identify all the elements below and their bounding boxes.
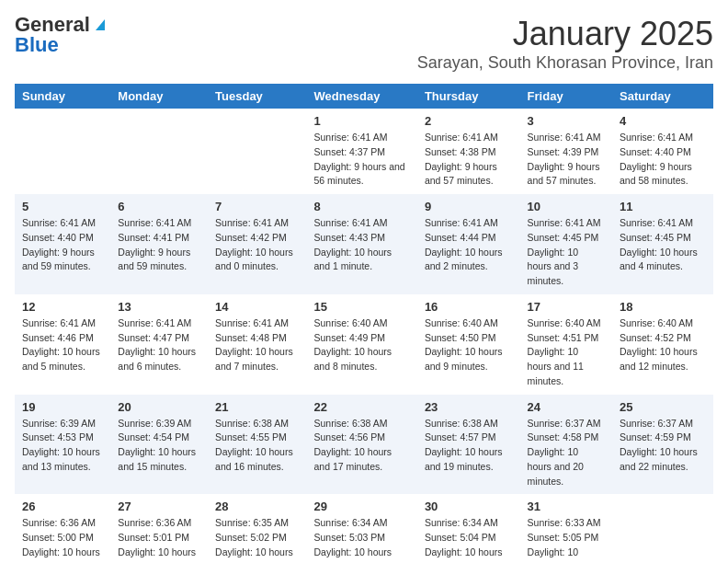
calendar-cell: 4Sunrise: 6:41 AM Sunset: 4:40 PM Daylig… — [612, 109, 713, 194]
day-info: Sunrise: 6:38 AM Sunset: 4:57 PM Dayligh… — [425, 417, 513, 475]
day-number: 29 — [313, 500, 409, 513]
calendar-cell: 28Sunrise: 6:35 AM Sunset: 5:02 PM Dayli… — [208, 494, 306, 563]
calendar-cell — [208, 109, 306, 194]
day-info: Sunrise: 6:37 AM Sunset: 4:59 PM Dayligh… — [620, 417, 706, 475]
day-info: Sunrise: 6:41 AM Sunset: 4:38 PM Dayligh… — [425, 131, 513, 189]
calendar-cell: 9Sunrise: 6:41 AM Sunset: 4:44 PM Daylig… — [417, 194, 520, 294]
day-info: Sunrise: 6:41 AM Sunset: 4:41 PM Dayligh… — [118, 216, 200, 274]
day-info: Sunrise: 6:34 AM Sunset: 5:03 PM Dayligh… — [313, 516, 409, 563]
day-number: 21 — [215, 400, 299, 414]
title-block: January 2025 Sarayan, South Khorasan Pro… — [417, 15, 713, 73]
day-info: Sunrise: 6:36 AM Sunset: 5:01 PM Dayligh… — [118, 516, 200, 563]
calendar-cell: 23Sunrise: 6:38 AM Sunset: 4:57 PM Dayli… — [417, 395, 520, 495]
calendar-cell: 14Sunrise: 6:41 AM Sunset: 4:48 PM Dayli… — [208, 294, 306, 395]
day-number: 15 — [313, 300, 409, 314]
calendar-cell — [15, 109, 110, 194]
weekday-header: Monday — [110, 84, 208, 109]
day-info: Sunrise: 6:41 AM Sunset: 4:46 PM Dayligh… — [22, 316, 103, 374]
day-info: Sunrise: 6:41 AM Sunset: 4:45 PM Dayligh… — [528, 216, 605, 289]
day-info: Sunrise: 6:41 AM Sunset: 4:44 PM Dayligh… — [425, 216, 513, 274]
day-number: 6 — [118, 200, 200, 213]
weekday-header: Friday — [520, 84, 612, 109]
svg-marker-0 — [96, 19, 105, 30]
day-info: Sunrise: 6:38 AM Sunset: 4:56 PM Dayligh… — [313, 417, 409, 475]
calendar-cell: 18Sunrise: 6:40 AM Sunset: 4:52 PM Dayli… — [612, 294, 713, 395]
calendar-cell: 1Sunrise: 6:41 AM Sunset: 4:37 PM Daylig… — [306, 109, 416, 194]
day-info: Sunrise: 6:41 AM Sunset: 4:47 PM Dayligh… — [118, 316, 200, 374]
calendar-week-row: 1Sunrise: 6:41 AM Sunset: 4:37 PM Daylig… — [15, 109, 713, 194]
day-info: Sunrise: 6:39 AM Sunset: 4:54 PM Dayligh… — [118, 417, 200, 475]
day-number: 22 — [313, 400, 409, 414]
calendar-cell — [110, 109, 208, 194]
day-info: Sunrise: 6:41 AM Sunset: 4:45 PM Dayligh… — [620, 216, 706, 274]
calendar-cell: 2Sunrise: 6:41 AM Sunset: 4:38 PM Daylig… — [417, 109, 520, 194]
calendar-cell: 16Sunrise: 6:40 AM Sunset: 4:50 PM Dayli… — [417, 294, 520, 395]
calendar-cell: 15Sunrise: 6:40 AM Sunset: 4:49 PM Dayli… — [306, 294, 416, 395]
day-number: 11 — [620, 200, 706, 213]
day-number: 25 — [620, 400, 706, 414]
calendar-cell: 19Sunrise: 6:39 AM Sunset: 4:53 PM Dayli… — [15, 395, 110, 495]
day-info: Sunrise: 6:38 AM Sunset: 4:55 PM Dayligh… — [215, 417, 299, 475]
calendar-table: SundayMondayTuesdayWednesdayThursdayFrid… — [15, 84, 713, 563]
day-number: 26 — [22, 500, 103, 513]
page-header: General Blue January 2025 Sarayan, South… — [15, 15, 713, 73]
weekday-header-row: SundayMondayTuesdayWednesdayThursdayFrid… — [15, 84, 713, 109]
calendar-cell: 29Sunrise: 6:34 AM Sunset: 5:03 PM Dayli… — [306, 494, 416, 563]
day-number: 17 — [528, 300, 605, 314]
day-number: 20 — [118, 400, 200, 414]
day-info: Sunrise: 6:37 AM Sunset: 4:58 PM Dayligh… — [528, 417, 605, 489]
weekday-header: Sunday — [15, 84, 110, 109]
day-number: 18 — [620, 300, 706, 314]
day-number: 30 — [425, 500, 513, 513]
calendar-cell: 7Sunrise: 6:41 AM Sunset: 4:42 PM Daylig… — [208, 194, 306, 294]
day-number: 1 — [313, 114, 409, 128]
calendar-cell: 21Sunrise: 6:38 AM Sunset: 4:55 PM Dayli… — [208, 395, 306, 495]
calendar-cell: 5Sunrise: 6:41 AM Sunset: 4:40 PM Daylig… — [15, 194, 110, 294]
logo-general-text: General — [15, 15, 90, 35]
day-info: Sunrise: 6:36 AM Sunset: 5:00 PM Dayligh… — [22, 516, 103, 563]
calendar-cell: 12Sunrise: 6:41 AM Sunset: 4:46 PM Dayli… — [15, 294, 110, 395]
calendar-week-row: 12Sunrise: 6:41 AM Sunset: 4:46 PM Dayli… — [15, 294, 713, 395]
calendar-cell: 22Sunrise: 6:38 AM Sunset: 4:56 PM Dayli… — [306, 395, 416, 495]
day-info: Sunrise: 6:40 AM Sunset: 4:49 PM Dayligh… — [313, 316, 409, 374]
calendar-cell: 24Sunrise: 6:37 AM Sunset: 4:58 PM Dayli… — [520, 395, 612, 495]
day-info: Sunrise: 6:40 AM Sunset: 4:51 PM Dayligh… — [528, 316, 605, 389]
day-number: 9 — [425, 200, 513, 213]
calendar-cell: 10Sunrise: 6:41 AM Sunset: 4:45 PM Dayli… — [520, 194, 612, 294]
calendar-cell: 26Sunrise: 6:36 AM Sunset: 5:00 PM Dayli… — [15, 494, 110, 563]
day-number: 27 — [118, 500, 200, 513]
day-number: 19 — [22, 400, 103, 414]
calendar-week-row: 26Sunrise: 6:36 AM Sunset: 5:00 PM Dayli… — [15, 494, 713, 563]
calendar-cell: 27Sunrise: 6:36 AM Sunset: 5:01 PM Dayli… — [110, 494, 208, 563]
logo: General Blue — [15, 15, 108, 55]
calendar-cell: 6Sunrise: 6:41 AM Sunset: 4:41 PM Daylig… — [110, 194, 208, 294]
calendar-cell: 13Sunrise: 6:41 AM Sunset: 4:47 PM Dayli… — [110, 294, 208, 395]
day-number: 10 — [528, 200, 605, 213]
day-number: 16 — [425, 300, 513, 314]
page-subtitle: Sarayan, South Khorasan Province, Iran — [417, 53, 713, 73]
day-info: Sunrise: 6:34 AM Sunset: 5:04 PM Dayligh… — [425, 516, 513, 563]
day-number: 5 — [22, 200, 103, 213]
day-number: 12 — [22, 300, 103, 314]
day-info: Sunrise: 6:41 AM Sunset: 4:40 PM Dayligh… — [620, 131, 706, 189]
calendar-cell: 3Sunrise: 6:41 AM Sunset: 4:39 PM Daylig… — [520, 109, 612, 194]
calendar-cell: 30Sunrise: 6:34 AM Sunset: 5:04 PM Dayli… — [417, 494, 520, 563]
day-info: Sunrise: 6:41 AM Sunset: 4:40 PM Dayligh… — [22, 216, 103, 274]
day-info: Sunrise: 6:41 AM Sunset: 4:37 PM Dayligh… — [313, 131, 409, 189]
day-info: Sunrise: 6:40 AM Sunset: 4:50 PM Dayligh… — [425, 316, 513, 374]
weekday-header: Tuesday — [208, 84, 306, 109]
day-number: 14 — [215, 300, 299, 314]
day-number: 13 — [118, 300, 200, 314]
logo-icon — [92, 16, 108, 32]
day-info: Sunrise: 6:33 AM Sunset: 5:05 PM Dayligh… — [528, 516, 605, 563]
weekday-header: Wednesday — [306, 84, 416, 109]
logo-blue-text: Blue — [15, 35, 59, 55]
day-number: 31 — [528, 500, 605, 513]
day-number: 28 — [215, 500, 299, 513]
calendar-cell: 8Sunrise: 6:41 AM Sunset: 4:43 PM Daylig… — [306, 194, 416, 294]
calendar-cell — [612, 494, 713, 563]
weekday-header: Saturday — [612, 84, 713, 109]
day-number: 3 — [528, 114, 605, 128]
calendar-cell: 31Sunrise: 6:33 AM Sunset: 5:05 PM Dayli… — [520, 494, 612, 563]
day-number: 24 — [528, 400, 605, 414]
